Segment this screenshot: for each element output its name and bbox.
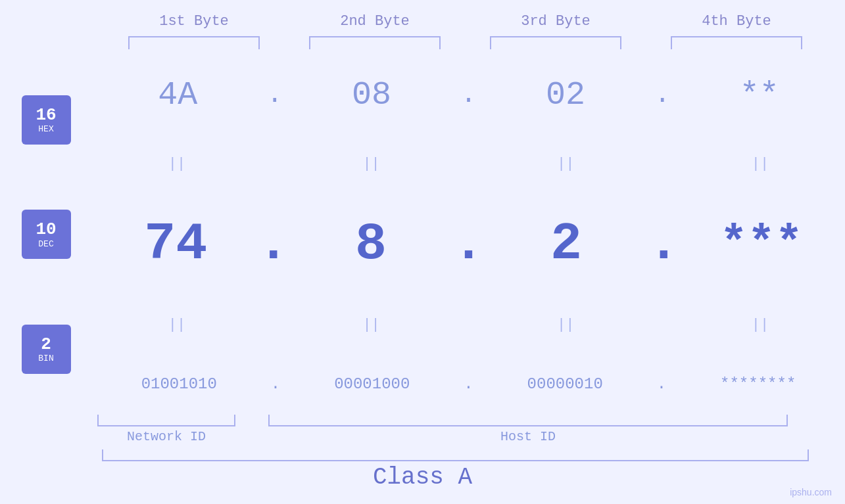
byte-label-2: 2nd Byte — [302, 13, 447, 30]
eq-2-b4: || — [688, 317, 833, 333]
class-label: Class A — [0, 464, 845, 491]
content-area: 16 HEX 10 DEC 2 BIN 4A . 08 — [0, 56, 845, 413]
bottom-brackets-row — [97, 415, 814, 426]
bin-dot-1: . — [271, 375, 280, 393]
dec-badge-unit: DEC — [38, 239, 53, 249]
bin-b1-cell: 01001010 — [107, 375, 251, 393]
dec-b2-value: 8 — [355, 214, 387, 274]
dec-b4-cell: *** — [689, 218, 834, 270]
byte-label-4: 4th Byte — [664, 13, 809, 30]
eq-1-b2: || — [299, 156, 444, 172]
bin-b4-cell: ******** — [686, 375, 831, 393]
hex-badge: 16 HEX — [22, 95, 71, 145]
hex-badge-number: 16 — [36, 106, 56, 125]
byte-label-3: 3rd Byte — [483, 13, 628, 30]
bin-b2-value: 00001000 — [334, 375, 410, 393]
dec-dot-3: . — [648, 214, 679, 274]
hex-b2-cell: 08 — [299, 76, 444, 114]
hex-dot-2: . — [460, 80, 476, 110]
bin-badge: 2 BIN — [22, 325, 71, 374]
bottom-section: Network ID Host ID Class A — [0, 415, 845, 491]
byte-label-1: 1st Byte — [122, 13, 266, 30]
bin-b3-cell: 00000010 — [493, 375, 637, 393]
bin-b1-value: 01001010 — [141, 375, 217, 393]
labels-row: Network ID Host ID — [97, 429, 814, 444]
eq-1-b1: || — [105, 156, 249, 172]
eq-1-b3: || — [493, 156, 638, 172]
dec-b1-cell: 74 — [103, 214, 248, 274]
eq-2-b2: || — [299, 317, 444, 333]
values-area: 4A . 08 . 02 . ** || || — [92, 56, 845, 413]
dec-badge: 10 DEC — [22, 210, 71, 259]
badge-column: 16 HEX 10 DEC 2 BIN — [0, 56, 92, 413]
hex-row: 4A . 08 . 02 . ** — [99, 76, 838, 114]
eq-2-b3: || — [493, 317, 638, 333]
bracket-top-3 — [490, 36, 621, 49]
hex-b3-value: 02 — [546, 76, 585, 114]
hex-badge-unit: HEX — [38, 124, 53, 134]
equals-row-1: || || || || — [99, 154, 838, 174]
top-brackets — [104, 36, 827, 49]
bin-badge-number: 2 — [41, 335, 51, 354]
bin-b2-cell: 00001000 — [300, 375, 445, 393]
bin-b4-value: ******** — [720, 375, 796, 393]
bracket-top-2 — [309, 36, 441, 49]
watermark: ipshu.com — [790, 487, 832, 497]
network-id-label: Network ID — [97, 429, 235, 444]
hex-b1-cell: 4A — [105, 76, 250, 114]
host-id-label: Host ID — [268, 429, 788, 444]
host-bracket — [268, 415, 788, 426]
dec-badge-number: 10 — [36, 220, 56, 239]
main-container: 1st Byte 2nd Byte 3rd Byte 4th Byte 16 H… — [0, 0, 845, 504]
hex-b4-value: ** — [740, 76, 779, 114]
dec-b2-cell: 8 — [299, 214, 443, 274]
dec-b3-value: 2 — [550, 214, 582, 274]
labels-spacer — [235, 429, 268, 444]
dec-b3-cell: 2 — [494, 214, 639, 274]
byte-headers: 1st Byte 2nd Byte 3rd Byte 4th Byte — [104, 13, 827, 30]
dec-b1-value: 74 — [144, 214, 207, 274]
dec-b4-value: *** — [720, 218, 803, 270]
hex-b3-cell: 02 — [493, 76, 638, 114]
bin-dot-3: . — [657, 375, 666, 393]
dec-row: 74 . 8 . 2 . *** — [99, 214, 838, 274]
hex-dot-3: . — [654, 80, 670, 110]
eq-1-b4: || — [688, 156, 833, 172]
hex-b1-value: 4A — [158, 76, 197, 114]
bin-dot-2: . — [464, 375, 473, 393]
bin-badge-unit: BIN — [38, 354, 53, 363]
network-bracket — [97, 415, 235, 426]
bracket-spacer — [235, 415, 268, 426]
hex-b4-cell: ** — [687, 76, 832, 114]
bin-b3-value: 00000010 — [527, 375, 603, 393]
class-bracket — [102, 449, 809, 461]
dec-dot-2: . — [452, 214, 484, 274]
eq-2-b1: || — [105, 317, 249, 333]
dec-dot-1: . — [258, 214, 289, 274]
hex-dot-1: . — [267, 80, 283, 110]
bin-row: 01001010 . 00001000 . 00000010 . *******… — [99, 375, 838, 393]
hex-b2-value: 08 — [352, 76, 391, 114]
equals-row-2: || || || || — [99, 315, 838, 334]
bracket-top-1 — [128, 36, 260, 49]
bracket-top-4 — [671, 36, 802, 49]
